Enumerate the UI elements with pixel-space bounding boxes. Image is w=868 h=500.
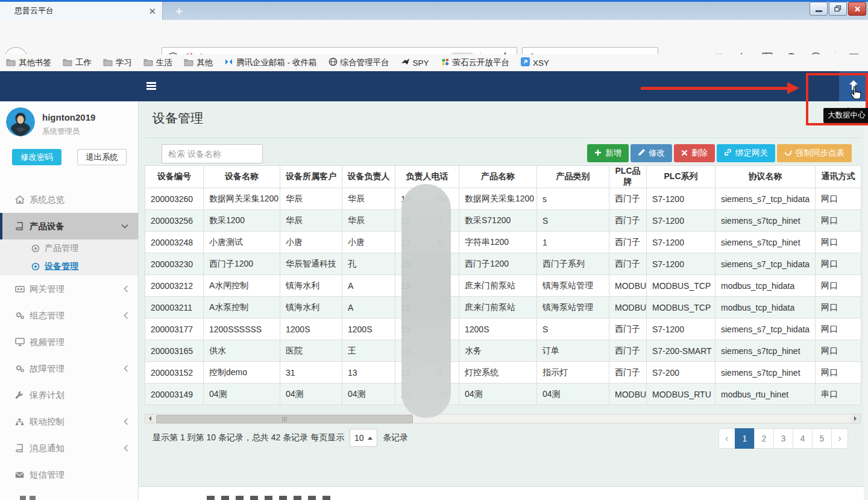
table-row[interactable]: 200003260数据网关采集1200华辰华辰1804数据网关采集1200s西门… bbox=[145, 188, 861, 210]
table-row[interactable]: 20000314904测04测04测153804测04测MODBUSMODBUS… bbox=[145, 384, 861, 405]
sidebar-item-产品设备[interactable]: 产品设备 bbox=[0, 213, 138, 239]
action-button-新增[interactable]: 新增 bbox=[587, 144, 629, 162]
cell-customer: 医院 bbox=[280, 340, 342, 362]
bookmark-item[interactable]: 综合管理平台 bbox=[329, 57, 389, 68]
cell-plc_series: S7-1200 bbox=[647, 210, 715, 232]
cell-comm: 串口 bbox=[816, 384, 861, 405]
tab-close-icon[interactable]: ✕ bbox=[148, 7, 156, 16]
sidebar-item-故障管理[interactable]: 故障管理 bbox=[0, 355, 138, 382]
chevron-left-icon bbox=[124, 418, 128, 425]
pagination-next[interactable]: › bbox=[831, 428, 848, 449]
cell-name: A水闸控制 bbox=[204, 275, 280, 297]
menu-item-label: 网关管理 bbox=[30, 283, 64, 295]
cell-id: 200003248 bbox=[145, 232, 204, 253]
pencil-icon bbox=[638, 149, 645, 158]
table-header-row: 设备编号设备名称设备所属客户设备负责人负责人电话产品名称产品类别PLC品牌PLC… bbox=[145, 166, 861, 188]
cell-customer: 华辰 bbox=[280, 210, 342, 232]
pagination-page-4[interactable]: 4 bbox=[793, 428, 813, 449]
pagination-page-1[interactable]: 1 bbox=[735, 428, 755, 449]
action-buttons: 新增修改删除绑定网关强制同步点表 bbox=[587, 144, 852, 162]
pagination-page-2[interactable]: 2 bbox=[754, 428, 774, 449]
table-row[interactable]: 200003165供水医院王18水务订单西门子S7-200-SMARTsieme… bbox=[145, 340, 861, 362]
action-button-label: 删除 bbox=[691, 148, 708, 159]
column-header: 设备编号 bbox=[145, 166, 204, 188]
bookmark-item[interactable]: 其他 bbox=[184, 57, 213, 68]
vertical-scroll-area[interactable] bbox=[864, 127, 868, 500]
table-row[interactable]: 200003212A水闸控制镇海水利A13庶来门前泵站镇海泵站管理MODBUSM… bbox=[145, 275, 861, 297]
cell-category: s bbox=[537, 188, 609, 210]
cell-category: S bbox=[537, 318, 609, 340]
column-header: 产品名称 bbox=[459, 166, 537, 188]
table-row[interactable]: 200003248小唐测试小唐小唐130字符串12001西门子S7-1200si… bbox=[145, 232, 861, 253]
sidebar-subitem-设备管理[interactable]: 设备管理 bbox=[0, 258, 138, 276]
scrollbar-thumb[interactable] bbox=[156, 415, 413, 423]
pagination-page-3[interactable]: 3 bbox=[773, 428, 793, 449]
page-size-dropdown[interactable]: 10 bbox=[350, 429, 377, 447]
bookmark-item[interactable]: 其他书签 bbox=[6, 57, 51, 68]
bookmark-item[interactable]: 萤石云开放平台 bbox=[441, 57, 510, 68]
cell-name: 数采1200 bbox=[204, 210, 280, 232]
table-row[interactable]: 200003230西门子1200华辰智通科技孔15西门子1200西门子系列西门子… bbox=[145, 253, 861, 275]
close-button[interactable] bbox=[848, 2, 866, 16]
menu-item-label: 保养计划 bbox=[30, 390, 64, 401]
sidebar-menu: 系统总览产品设备产品管理设备管理网关管理组态管理视频管理故障管理保养计划联动控制… bbox=[0, 184, 138, 488]
bookmark-item[interactable]: 腾讯企业邮箱 - 收件箱 bbox=[224, 57, 317, 68]
panel-divider bbox=[145, 138, 861, 138]
action-button-绑定网关[interactable]: 绑定网关 bbox=[717, 144, 775, 162]
bookmark-label: 其他书签 bbox=[19, 57, 51, 68]
action-button-强制同步点表[interactable]: 强制同步点表 bbox=[777, 144, 852, 162]
minimize-button[interactable] bbox=[810, 2, 828, 16]
cell-id: 200003152 bbox=[145, 362, 204, 384]
table-row[interactable]: 200003152控制demo3113153灯控系统指示灯西门子S7-200si… bbox=[145, 362, 861, 384]
folder-icon bbox=[143, 58, 153, 68]
home-icon bbox=[15, 195, 30, 204]
bookmark-item[interactable]: 学习 bbox=[103, 57, 132, 68]
device-search-input[interactable] bbox=[162, 144, 263, 163]
cell-name: 供水 bbox=[204, 340, 280, 362]
restore-button[interactable] bbox=[829, 2, 847, 16]
cell-product: 西门子1200 bbox=[459, 253, 537, 275]
pagination-page-5[interactable]: 5 bbox=[812, 428, 832, 449]
bookmark-label: 综合管理平台 bbox=[341, 57, 389, 68]
sidebar-item-联动控制[interactable]: 联动控制 bbox=[0, 408, 138, 435]
browser-tab[interactable]: 思普云平台 ✕ bbox=[0, 2, 163, 20]
table-row[interactable]: 200003211A水泵控制镇海水利A13庶来门前泵站镇海泵站管理MODBUSM… bbox=[145, 297, 861, 318]
sidebar-collapse-icon[interactable] bbox=[146, 82, 156, 90]
sidebar-item-保养计划[interactable]: 保养计划 bbox=[0, 382, 138, 408]
bookmark-item[interactable]: 生活 bbox=[143, 57, 172, 68]
folder-icon bbox=[184, 58, 193, 68]
cell-plc_series: S7-1200 bbox=[647, 318, 715, 340]
action-button-修改[interactable]: 修改 bbox=[631, 144, 672, 162]
folder-icon bbox=[103, 58, 113, 68]
avatar[interactable] bbox=[6, 107, 35, 136]
tab-strip: 思普云平台 ✕ + bbox=[0, 2, 868, 20]
action-button-删除[interactable]: 删除 bbox=[674, 144, 715, 162]
column-header: 通讯方式 bbox=[816, 166, 861, 188]
app-header bbox=[0, 71, 868, 101]
cell-comm: 网口 bbox=[816, 210, 861, 232]
cell-owner: A bbox=[342, 275, 395, 297]
scroll-left-icon[interactable] bbox=[145, 414, 154, 423]
bookmark-item[interactable]: 工作 bbox=[63, 57, 92, 68]
sidebar-item-视频管理[interactable]: 视频管理 bbox=[0, 329, 138, 355]
cell-comm: 网口 bbox=[816, 297, 861, 318]
sidebar-item-网关管理[interactable]: 网关管理 bbox=[0, 276, 138, 302]
table-row[interactable]: 200003256数采1200华辰华辰184数采S71200S西门子S7-120… bbox=[145, 210, 861, 232]
new-tab-button[interactable]: + bbox=[171, 5, 187, 19]
cell-plc_brand: 西门子 bbox=[609, 253, 647, 275]
sidebar-item-组态管理[interactable]: 组态管理 bbox=[0, 302, 138, 329]
pagination-prev[interactable]: ‹ bbox=[719, 428, 735, 449]
cell-id: 200003177 bbox=[145, 318, 204, 340]
logout-button[interactable]: 退出系统 bbox=[77, 149, 127, 165]
change-password-button[interactable]: 修改密码 bbox=[12, 149, 61, 165]
cell-id: 200003256 bbox=[145, 210, 204, 232]
sidebar-subitem-产品管理[interactable]: 产品管理 bbox=[0, 239, 138, 258]
table-row[interactable]: 2000031771200SSSSSS1200S1200S151200SS西门子… bbox=[145, 318, 861, 340]
sidebar-item-短信管理[interactable]: 短信管理 bbox=[0, 461, 138, 488]
scroll-right-icon[interactable] bbox=[851, 414, 860, 423]
bookmark-item[interactable]: XSY bbox=[521, 57, 549, 68]
horizontal-scrollbar[interactable] bbox=[145, 414, 861, 423]
bookmark-item[interactable]: SPY bbox=[401, 58, 429, 68]
sidebar-item-系统总览[interactable]: 系统总览 bbox=[0, 186, 138, 213]
sidebar-item-消息通知[interactable]: 消息通知 bbox=[0, 435, 138, 461]
